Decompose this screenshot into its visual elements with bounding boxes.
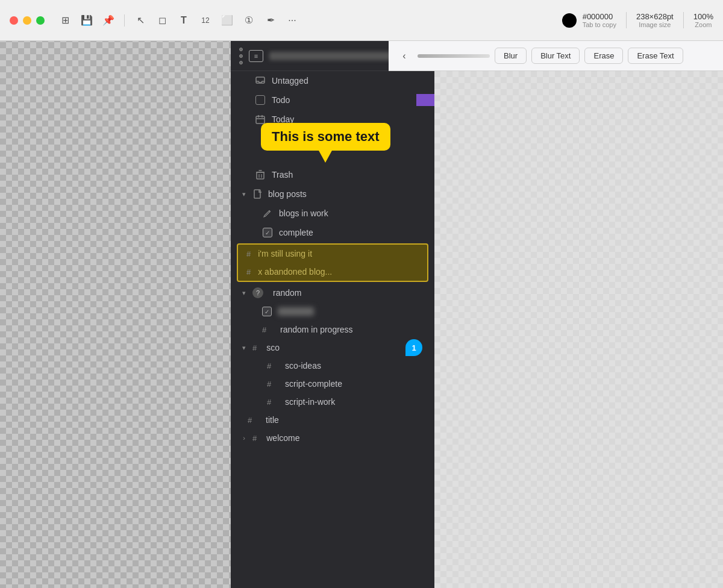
notification-badge-container: 1 — [405, 339, 422, 356]
copy-icon[interactable]: ⊞ — [57, 12, 74, 29]
im-still-using-it-label: i'm still using it — [258, 249, 312, 258]
color-hex-value: #000000 — [583, 12, 616, 21]
traffic-lights — [10, 16, 45, 25]
hash-icon-welcome: # — [252, 434, 257, 443]
hash-icon-sco: # — [252, 343, 257, 352]
dot-2 — [239, 54, 243, 58]
opacity-slider[interactable] — [418, 54, 490, 58]
save-icon[interactable]: 💾 — [78, 12, 95, 29]
blur-button[interactable]: Blur — [495, 48, 527, 64]
script-complete-label: script-complete — [285, 379, 342, 389]
welcome-label: welcome — [266, 433, 299, 443]
title-label: title — [266, 415, 279, 425]
svg-rect-6 — [257, 172, 264, 179]
image-size-info: 238×628pt Image size — [626, 12, 674, 28]
sidebar-item-x-abandoned-blog[interactable]: # x abandoned blog... — [238, 263, 427, 281]
rect-icon[interactable]: ⬜ — [219, 12, 236, 29]
blog-posts-label: blog posts — [268, 189, 307, 199]
tab-to-copy-label: Tab to copy — [583, 21, 616, 28]
sidebar-item-blurred[interactable]: ✓ — [231, 302, 434, 321]
maximize-button[interactable] — [36, 16, 45, 25]
svg-marker-1 — [416, 89, 434, 111]
sidebar-item-todo[interactable]: Todo — [231, 90, 434, 110]
hash-icon-script-complete: # — [267, 380, 278, 389]
sidebar-item-blogs-in-work[interactable]: blogs in work — [231, 204, 434, 223]
hash-icon-1: # — [246, 249, 251, 258]
trash-label: Trash — [272, 170, 293, 180]
selected-items-group: # i'm still using it # x abandoned blog.… — [237, 243, 428, 282]
toolbar-separator-1 — [124, 14, 125, 27]
script-in-work-label: script-in-work — [285, 397, 335, 407]
dot-1 — [239, 48, 243, 51]
hash-icon-title: # — [248, 416, 258, 425]
sco-label: sco — [266, 343, 280, 352]
blog-posts-chevron: ▾ — [240, 190, 248, 198]
image-size-label: Image size — [636, 21, 674, 28]
sidebar-section-blog-posts[interactable]: ▾ blog posts — [231, 184, 434, 204]
hash-icon-2: # — [246, 267, 251, 277]
sidebar: ≡ Untagged Todo Today This is some text — [231, 41, 434, 588]
select-icon[interactable]: ◻ — [154, 12, 171, 29]
sidebar-item-sco-ideas[interactable]: # sco-ideas — [231, 357, 434, 375]
question-icon: ? — [252, 287, 263, 298]
hash-icon-sco-ideas: # — [267, 361, 278, 371]
x-abandoned-blog-label: x abandoned blog... — [258, 267, 332, 277]
sco-chevron: ▾ — [240, 344, 248, 351]
todo-label: Todo — [272, 95, 290, 105]
image-size-value: 238×628pt — [636, 12, 674, 21]
sidebar-section-sco[interactable]: ▾ # sco 1 — [231, 339, 434, 357]
right-toolbar: ‹ Blur Blur Text Erase Erase Text — [389, 41, 723, 71]
pin-icon[interactable]: 📌 — [100, 12, 117, 29]
text-icon[interactable]: T — [175, 12, 192, 29]
sidebar-item-script-complete[interactable]: # script-complete — [231, 375, 434, 393]
sidebar-item-untagged[interactable]: Untagged — [231, 71, 434, 90]
blurred-item-text — [278, 307, 314, 316]
dot-3 — [239, 61, 243, 64]
sidebar-item-script-in-work[interactable]: # script-in-work — [231, 393, 434, 411]
sidebar-section-welcome[interactable]: › # welcome — [231, 429, 434, 447]
more-icon[interactable]: ··· — [284, 12, 301, 29]
blur-text-button[interactable]: Blur Text — [531, 48, 580, 64]
color-swatch[interactable] — [562, 13, 577, 28]
zoom-value: 100% — [693, 12, 713, 21]
notification-badge: 1 — [405, 339, 422, 356]
color-info: #000000 Tab to copy — [562, 12, 616, 28]
hash-icon-script-in-work: # — [267, 398, 278, 407]
inbox-icon — [255, 75, 266, 86]
complete-checkbox: ✓ — [263, 228, 272, 237]
sidebar-drag-handle — [239, 48, 243, 64]
back-button[interactable]: ‹ — [396, 48, 413, 64]
trash-icon — [255, 169, 266, 180]
sidebar-section-random[interactable]: ▾ ? random — [231, 283, 434, 302]
random-in-progress-label: random in progress — [280, 325, 353, 334]
main-toolbar: ⊞ 💾 📌 ↖ ◻ T 12 ⬜ ① ✒ ··· #000000 Tab to … — [0, 0, 723, 41]
close-button[interactable] — [10, 16, 18, 25]
blogs-in-work-label: blogs in work — [279, 208, 328, 218]
untagged-label: Untagged — [272, 76, 308, 86]
number-icon[interactable]: 12 — [197, 12, 214, 29]
random-chevron: ▾ — [240, 289, 248, 296]
blurred-checkbox-icon: ✓ — [262, 307, 272, 316]
notification-count: 1 — [412, 343, 416, 352]
erase-button[interactable]: Erase — [584, 48, 623, 64]
erase-text-button[interactable]: Erase Text — [628, 48, 683, 64]
sidebar-item-complete[interactable]: ✓ complete — [231, 223, 434, 242]
circle-icon[interactable]: ① — [240, 12, 257, 29]
checkbox-icon — [255, 95, 266, 105]
purple-arrow-annotation — [416, 89, 434, 111]
sidebar-item-random-in-progress[interactable]: # random in progress — [231, 321, 434, 339]
todo-checkbox — [255, 95, 265, 105]
random-label: random — [273, 288, 301, 298]
tooltip-bubble: This is some text — [261, 123, 390, 151]
zoom-label: Zoom — [693, 21, 713, 28]
minimize-button[interactable] — [23, 16, 31, 25]
cursor-icon[interactable]: ↖ — [132, 12, 149, 29]
svg-rect-2 — [256, 116, 264, 124]
pencil-icon — [262, 208, 273, 219]
sidebar-item-title[interactable]: # title — [231, 411, 434, 429]
sidebar-item-im-still-using-it[interactable]: # i'm still using it — [238, 245, 427, 263]
sidebar-item-trash[interactable]: Trash — [231, 165, 434, 184]
complete-label: complete — [279, 228, 313, 237]
hash-icon-random: # — [262, 325, 273, 334]
pen-icon[interactable]: ✒ — [262, 12, 279, 29]
